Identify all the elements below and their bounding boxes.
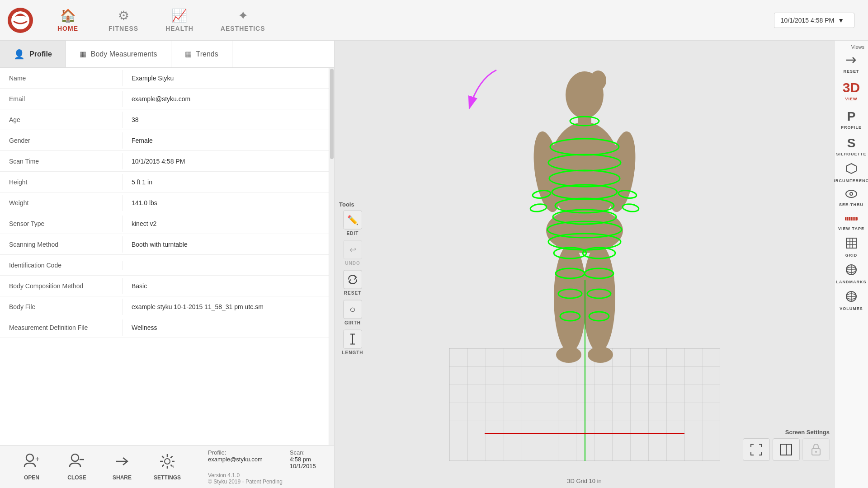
sidebar-landmarks[interactable]: LANDMARKS: [836, 261, 867, 287]
body-canvas: Tools ✏️ EDIT ↩ UNDO: [335, 41, 834, 488]
field-value: 5 ft 1 in: [122, 174, 329, 190]
table-row: Body Composition Method Basic: [0, 276, 329, 296]
tab-trends-label: Trends: [196, 50, 218, 58]
datetime-dropdown[interactable]: 10/1/2015 4:58 PM ▼: [774, 13, 854, 28]
edit-label: EDIT: [347, 231, 359, 236]
screen-settings-buttons: [743, 438, 830, 461]
sidebar-volumes-icon: [845, 291, 857, 305]
sidebar-view-tape[interactable]: VIEW TAPE: [836, 211, 867, 234]
field-value: 10/1/2015 4:58 PM: [122, 153, 329, 169]
share-button[interactable]: SHARE: [99, 450, 145, 484]
sub-nav: 👤 Profile ▦ Body Measurements ▦ Trends: [0, 41, 334, 68]
nav-aesthetics[interactable]: ✦ AESTHETICS: [212, 5, 274, 36]
field-label: Measurement Definition File: [0, 319, 122, 336]
table-row: Name Example Styku: [0, 68, 329, 89]
sidebar-volumes-label: VOLUMES: [840, 306, 863, 311]
table-row: Weight 141.0 lbs: [0, 192, 329, 213]
bottom-bar: + OPEN CLOSE: [0, 445, 334, 488]
nav-fitness[interactable]: ⚙ FITNESS: [99, 5, 147, 36]
field-label: Age: [0, 112, 122, 128]
table-row: Scan Time 10/1/2015 4:58 PM: [0, 151, 329, 172]
table-row: Age 38: [0, 109, 329, 130]
sidebar-reset-label: RESET: [843, 69, 859, 74]
field-label: Weight: [0, 195, 122, 211]
profile-info: Profile: example@styku.com: [208, 449, 263, 469]
nav-aesthetics-label: AESTHETICS: [221, 25, 265, 32]
nav-home[interactable]: 🏠 HOME: [45, 5, 90, 36]
sidebar-silhouette-label: SILHOUETTE: [836, 152, 867, 156]
svg-point-19: [590, 70, 606, 90]
close-icon: [69, 453, 85, 473]
field-label: Scanning Method: [0, 236, 122, 253]
undo-label: UNDO: [345, 261, 360, 266]
sidebar-circumference-icon: [845, 163, 857, 177]
field-value: kinect v2: [122, 216, 329, 232]
health-icon: 📈: [171, 8, 187, 23]
full-screen-button[interactable]: [743, 438, 770, 461]
sidebar-reset[interactable]: RESET: [836, 52, 867, 76]
share-label: SHARE: [113, 474, 132, 481]
sidebar-profile-view[interactable]: P PROFILE: [836, 107, 867, 132]
nav-fitness-label: FITNESS: [108, 25, 138, 32]
svg-point-40: [622, 203, 639, 213]
field-value: example styku 10-1-2015 11_58_31 pm utc.…: [122, 299, 329, 315]
sidebar-see-thru[interactable]: SEE-THRU: [836, 187, 867, 210]
length-label: LENGTH: [342, 350, 363, 355]
field-value: example@styku.com: [122, 91, 329, 107]
svg-point-2: [26, 454, 33, 461]
length-tool[interactable]: LENGTH: [339, 330, 366, 355]
profile-table: Name Example Styku Email example@styku.c…: [0, 68, 329, 445]
scroll-thumb[interactable]: [330, 69, 334, 159]
svg-point-53: [850, 193, 852, 195]
tab-profile-label: Profile: [29, 50, 52, 58]
svg-point-47: [815, 451, 817, 453]
screen-settings: Screen Settings: [743, 429, 830, 461]
svg-text:+: +: [172, 465, 175, 469]
table-row: Height 5 ft 1 in: [0, 172, 329, 192]
split-screen-button[interactable]: [773, 438, 800, 461]
undo-icon: ↩: [349, 245, 356, 255]
sidebar-silhouette[interactable]: S SILHOUETTE: [836, 133, 867, 159]
right-sidebar: Views RESET 3D VIEW P PROFILE S SILHOUET…: [834, 41, 868, 488]
table-row: Identification Code: [0, 255, 329, 276]
sidebar-reset-icon: [845, 55, 857, 68]
edit-tool[interactable]: ✏️ EDIT: [339, 211, 366, 236]
open-button[interactable]: + OPEN: [9, 450, 54, 484]
sidebar-circumference[interactable]: CIRCUMFERENCE: [836, 160, 867, 186]
field-label: Height: [0, 174, 122, 190]
field-label: Body File: [0, 299, 122, 315]
field-value: [122, 261, 329, 270]
settings-button[interactable]: + SETTINGS: [145, 450, 190, 484]
nav-health[interactable]: 📈 HEALTH: [156, 5, 203, 36]
sidebar-profile-icon: P: [847, 109, 856, 124]
field-label: Sensor Type: [0, 216, 122, 232]
table-row: Gender Female: [0, 130, 329, 151]
tab-trends[interactable]: ▦ Trends: [171, 41, 232, 67]
sidebar-volumes[interactable]: VOLUMES: [836, 288, 867, 314]
nav-home-label: HOME: [57, 25, 78, 32]
close-button[interactable]: CLOSE: [54, 450, 99, 484]
scrollbar[interactable]: [329, 68, 334, 445]
aesthetics-icon: ✦: [238, 8, 248, 23]
girth-tool[interactable]: ○ GIRTH: [339, 300, 366, 325]
app-logo[interactable]: [5, 5, 36, 36]
svg-point-18: [588, 347, 613, 363]
tab-body-measurements[interactable]: ▦ Body Measurements: [66, 41, 171, 67]
nav-health-label: HEALTH: [165, 25, 193, 32]
reset-tool[interactable]: RESET: [339, 270, 366, 296]
svg-point-14: [546, 208, 623, 253]
sidebar-3d-view[interactable]: 3D VIEW: [836, 77, 867, 104]
field-label: Gender: [0, 132, 122, 149]
table-row: Body File example styku 10-1-2015 11_58_…: [0, 296, 329, 317]
svg-marker-50: [846, 164, 856, 174]
sidebar-silhouette-icon: S: [847, 136, 856, 150]
views-label: Views: [851, 44, 868, 50]
tab-profile[interactable]: 👤 Profile: [0, 41, 66, 67]
sidebar-3d-label: 3D: [843, 80, 860, 95]
svg-rect-61: [846, 238, 856, 248]
field-value: Female: [122, 132, 329, 149]
profile-table-wrapper: Name Example Styku Email example@styku.c…: [0, 68, 334, 445]
bottom-info-row1: Profile: example@styku.com Scan: 4:58 pm…: [208, 449, 325, 469]
sidebar-grid[interactable]: GRID: [836, 235, 867, 260]
field-label: Scan Time: [0, 153, 122, 169]
